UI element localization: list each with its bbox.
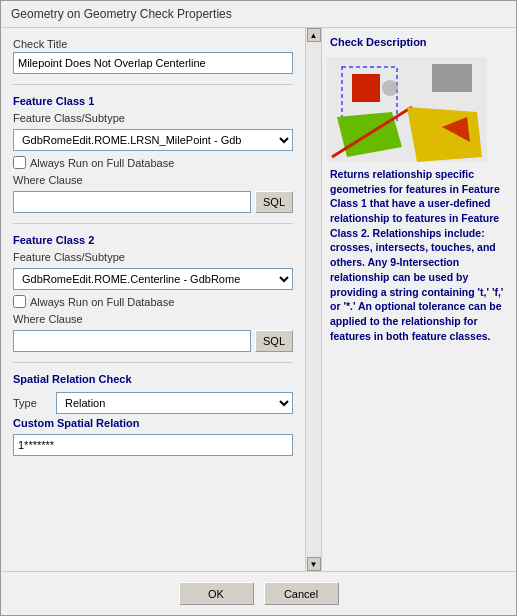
- fc2-subtype-label: Feature Class/Subtype: [13, 251, 293, 263]
- type-row: Type Relation: [13, 392, 293, 414]
- svg-point-3: [382, 80, 398, 96]
- custom-relation-input[interactable]: [13, 434, 293, 456]
- check-title-section: Check Title: [13, 38, 293, 74]
- svg-rect-4: [432, 64, 472, 92]
- cancel-button[interactable]: Cancel: [264, 582, 339, 605]
- fc2-where-row: SQL: [13, 330, 293, 352]
- fc1-checkbox-row: Always Run on Full Database: [13, 156, 293, 169]
- bottom-bar: OK Cancel: [1, 571, 516, 615]
- scroll-down-arrow[interactable]: ▼: [307, 557, 321, 571]
- feature-class-1-block: Feature Class 1 Feature Class/Subtype Gd…: [13, 95, 293, 213]
- fc2-checkbox-label: Always Run on Full Database: [30, 296, 174, 308]
- fc2-always-run-checkbox[interactable]: [13, 295, 26, 308]
- custom-relation-label: Custom Spatial Relation: [13, 417, 293, 429]
- fc2-dropdown[interactable]: GdbRomeEdit.ROME.Centerline - GdbRome: [13, 268, 293, 290]
- scroll-up-arrow[interactable]: ▲: [307, 28, 321, 42]
- main-dialog: Geometry on Geometry Check Properties Ch…: [0, 0, 517, 616]
- left-panel: Check Title Feature Class 1 Feature Clas…: [1, 28, 305, 571]
- fc1-where-label: Where Clause: [13, 174, 293, 186]
- type-label: Type: [13, 397, 48, 409]
- spatial-relation-block: Spatial Relation Check Type Relation Cus…: [13, 373, 293, 456]
- scrollbar: ▲ ▼: [305, 28, 321, 571]
- check-diagram: [322, 52, 492, 167]
- spatial-relation-label: Spatial Relation Check: [13, 373, 293, 385]
- right-panel: Check Description: [321, 28, 516, 571]
- fc2-sql-button[interactable]: SQL: [255, 330, 293, 352]
- fc2-where-input[interactable]: [13, 330, 251, 352]
- fc1-always-run-checkbox[interactable]: [13, 156, 26, 169]
- fc1-dropdown[interactable]: GdbRomeEdit.ROME.LRSN_MilePoint - Gdb: [13, 129, 293, 151]
- check-desc-text: Returns relationship specific geometries…: [322, 167, 516, 351]
- type-select[interactable]: Relation: [56, 392, 293, 414]
- feature-class-1-label: Feature Class 1: [13, 95, 293, 107]
- title-bar: Geometry on Geometry Check Properties: [1, 1, 516, 28]
- fc1-where-row: SQL: [13, 191, 293, 213]
- fc1-sql-button[interactable]: SQL: [255, 191, 293, 213]
- feature-class-2-block: Feature Class 2 Feature Class/Subtype Gd…: [13, 234, 293, 352]
- feature-class-2-label: Feature Class 2: [13, 234, 293, 246]
- check-title-input[interactable]: [13, 52, 293, 74]
- fc2-where-label: Where Clause: [13, 313, 293, 325]
- fc1-checkbox-label: Always Run on Full Database: [30, 157, 174, 169]
- fc2-checkbox-row: Always Run on Full Database: [13, 295, 293, 308]
- check-title-label: Check Title: [13, 38, 293, 50]
- fc1-subtype-label: Feature Class/Subtype: [13, 112, 293, 124]
- fc1-where-input[interactable]: [13, 191, 251, 213]
- check-desc-header: Check Description: [322, 28, 516, 52]
- ok-button[interactable]: OK: [179, 582, 254, 605]
- svg-marker-7: [407, 107, 482, 162]
- svg-rect-2: [352, 74, 380, 102]
- dialog-title: Geometry on Geometry Check Properties: [11, 7, 232, 21]
